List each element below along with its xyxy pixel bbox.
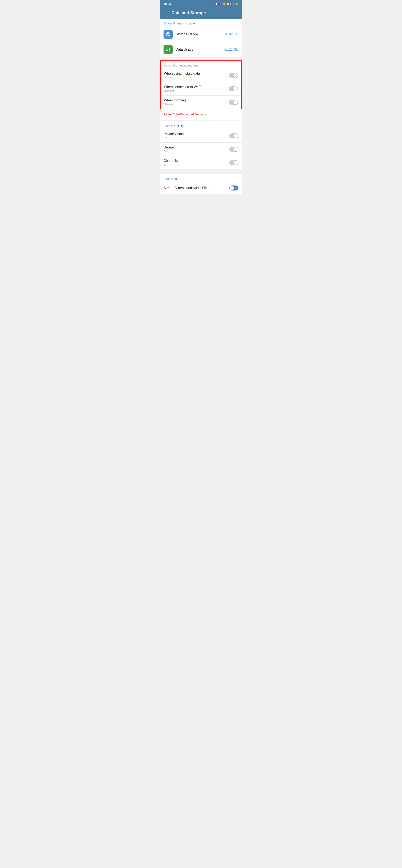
storage-label: Storage Usage xyxy=(176,32,198,36)
stream-videos-label: Stream Videos and Audio Files xyxy=(164,186,209,190)
wifi-icon: 📶 xyxy=(223,2,226,5)
roaming-sublabel: Disabled xyxy=(164,103,186,106)
gap-2 xyxy=(160,120,242,121)
stream-videos-toggle[interactable] xyxy=(229,185,238,190)
channels-label: Channels xyxy=(164,159,178,163)
divider xyxy=(227,146,227,152)
private-chats-toggle[interactable] xyxy=(229,133,238,138)
data-label: Data Usage xyxy=(176,48,194,52)
storage-usage-row[interactable]: Storage Usage 26.92 GB xyxy=(160,27,242,42)
reset-row[interactable]: Reset Auto-Download Settings xyxy=(160,109,242,120)
roaming-row[interactable]: When roaming Disabled xyxy=(161,96,241,109)
gap-3 xyxy=(160,171,242,173)
battery-label: 67% xyxy=(230,2,235,5)
status-bar: 10:33 ⏰ 🔕 📶 📶 67% 🔋 xyxy=(160,0,242,7)
header: ← Data and Storage xyxy=(160,7,242,19)
status-time: 10:33 xyxy=(164,2,171,5)
stream-videos-row[interactable]: Stream Videos and Audio Files xyxy=(160,182,242,194)
content: Disk and network usage Storage Usage 26.… xyxy=(160,19,242,194)
mute-icon: 🔕 xyxy=(219,2,222,5)
svg-rect-3 xyxy=(166,50,167,51)
wifi-label: When connected to Wi-Fi xyxy=(164,85,202,89)
storage-value: 26.92 GB xyxy=(224,32,238,36)
signal-icon: 📶 xyxy=(226,2,229,5)
back-button[interactable]: ← xyxy=(164,10,168,16)
channels-toggle[interactable] xyxy=(229,160,238,165)
roaming-label: When roaming xyxy=(164,98,186,102)
svg-rect-5 xyxy=(169,48,170,51)
mobile-data-toggle[interactable] xyxy=(229,73,238,78)
private-chats-label: Private Chats xyxy=(164,132,183,136)
streaming-section: Streaming Stream Videos and Audio Files xyxy=(160,174,242,194)
streaming-title: Streaming xyxy=(160,174,242,182)
roaming-toggle[interactable] xyxy=(229,100,238,105)
wifi-sublabel: Disabled xyxy=(164,89,202,92)
mobile-data-label: When using mobile data xyxy=(164,72,200,75)
svg-rect-4 xyxy=(168,49,168,51)
divider xyxy=(227,133,227,139)
alarm-icon: ⏰ xyxy=(215,2,218,5)
data-value: 51.12 GB xyxy=(224,48,238,52)
private-chats-sublabel: Off xyxy=(164,136,183,140)
auto-download-title: Automatic media download xyxy=(161,61,241,69)
storage-icon xyxy=(164,30,173,39)
page-title: Data and Storage xyxy=(171,10,206,15)
groups-toggle[interactable] xyxy=(229,147,238,152)
disk-network-section: Disk and network usage Storage Usage 26.… xyxy=(160,19,242,57)
data-icon xyxy=(164,45,173,54)
battery-icon: 🔋 xyxy=(235,2,238,5)
save-to-gallery-section: Save to Gallery Private Chats Off Groups… xyxy=(160,121,242,169)
reset-link[interactable]: Reset Auto-Download Settings xyxy=(164,113,206,116)
auto-download-section: Automatic media download When using mobi… xyxy=(160,60,242,109)
mobile-data-row[interactable]: When using mobile data Disabled xyxy=(161,69,241,82)
svg-point-2 xyxy=(168,34,169,35)
wifi-toggle[interactable] xyxy=(229,86,238,91)
disk-section-title: Disk and network usage xyxy=(160,19,242,27)
divider xyxy=(227,160,227,165)
gap-1 xyxy=(160,59,242,60)
wifi-row[interactable]: When connected to Wi-Fi Disabled xyxy=(161,82,241,96)
data-usage-row[interactable]: Data Usage 51.12 GB xyxy=(160,42,242,57)
groups-label: Groups xyxy=(164,146,174,149)
channels-row[interactable]: Channels Off xyxy=(160,156,242,169)
groups-row[interactable]: Groups Off xyxy=(160,143,242,156)
mobile-data-sublabel: Disabled xyxy=(164,76,200,79)
private-chats-row[interactable]: Private Chats Off xyxy=(160,129,242,143)
groups-sublabel: Off xyxy=(164,150,174,153)
status-icons: ⏰ 🔕 📶 📶 67% 🔋 xyxy=(215,2,238,5)
divider xyxy=(227,185,227,191)
channels-sublabel: Off xyxy=(164,163,178,166)
save-gallery-title: Save to Gallery xyxy=(160,121,242,129)
